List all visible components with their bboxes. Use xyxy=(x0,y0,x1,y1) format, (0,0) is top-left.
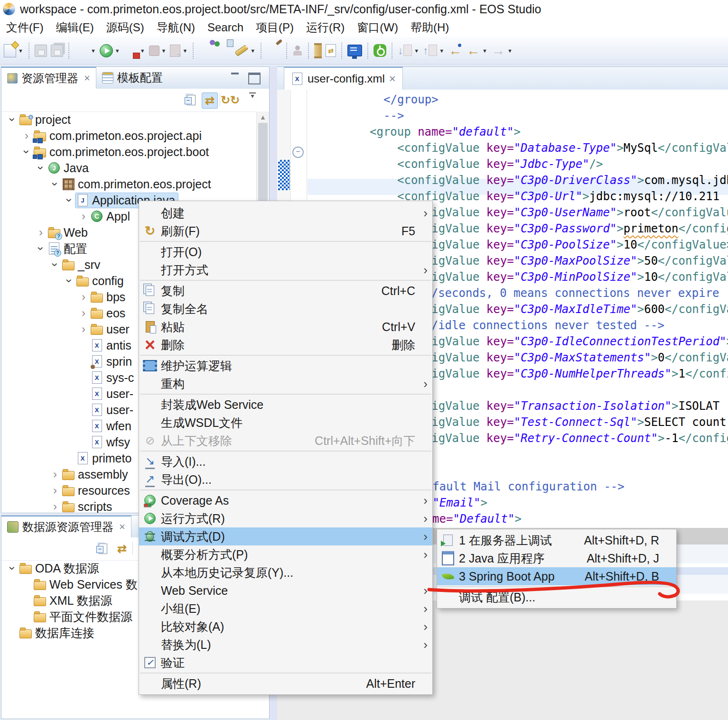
menu-item-维护运算逻辑[interactable]: 维护运算逻辑 xyxy=(139,357,432,375)
new-user-disabled-button[interactable] xyxy=(291,41,304,60)
menu-item-刷新-F-[interactable]: 刷新(F)F5 xyxy=(139,222,432,240)
tree-item-antis[interactable]: Xantis xyxy=(77,337,134,353)
menubar-item[interactable]: 源码(S) xyxy=(100,18,150,37)
dropdown-caret-icon[interactable]: ▼ xyxy=(414,48,419,54)
tab-user-config-xml[interactable]: X user-config.xml × xyxy=(284,67,403,90)
tab-template-config[interactable]: 模板配置 xyxy=(96,67,168,89)
close-icon[interactable]: × xyxy=(84,72,90,84)
tree-item-primeto[interactable]: Xprimeto xyxy=(63,450,134,466)
menu-item-比较对象-A-[interactable]: 比较对象(A)› xyxy=(139,618,432,636)
close-icon[interactable]: × xyxy=(119,521,125,533)
menu-item-属性-R-[interactable]: 属性(R)Alt+Enter xyxy=(139,674,432,692)
menu-item-打开-O-[interactable]: 打开(O) xyxy=(139,243,432,261)
menu-item-从上下文移除[interactable]: 从上下文移除Ctrl+Alt+Shift+向下 xyxy=(139,432,432,450)
refresh-icon[interactable]: ↻↻ xyxy=(223,92,238,108)
menubar-item[interactable]: 帮助(H) xyxy=(404,18,455,37)
dropdown-caret-icon[interactable]: ▼ xyxy=(439,48,444,54)
tree-item-Web-Services-数[interactable]: Web Services 数 xyxy=(20,576,140,592)
menu-item-生成WSDL文件[interactable]: 生成WSDL文件 xyxy=(139,414,432,432)
highlighter-button[interactable]: ▼ xyxy=(234,41,256,60)
scrollbar-thumb[interactable] xyxy=(258,123,268,202)
menu-item-Coverage-As[interactable]: Coverage As› xyxy=(139,491,432,509)
expand-arrow-icon[interactable]: › xyxy=(48,258,62,271)
back-history-button[interactable] xyxy=(447,41,463,60)
scroll-up-icon[interactable]: ▲ xyxy=(257,113,269,121)
run-config-button[interactable]: ▼ xyxy=(123,41,146,60)
tree-item-com-primeton-eos-project-api[interactable]: ›com.primeton.eos.project.api xyxy=(20,128,205,144)
menubar-item[interactable]: 导航(N) xyxy=(150,18,201,37)
debug-button[interactable]: ▼ xyxy=(74,41,97,60)
tree-item-user-[interactable]: Xuser- xyxy=(77,402,136,418)
tree-item-bps[interactable]: ›bps xyxy=(77,289,128,305)
tree-item-user[interactable]: ›user xyxy=(77,321,132,337)
run-button[interactable]: ▼ xyxy=(99,41,121,60)
menu-item-导入-I-[interactable]: 导入(I)... xyxy=(139,452,432,471)
expand-arrow-icon[interactable]: › xyxy=(49,468,61,481)
tab-datasource-explorer[interactable]: 数据源资源管理器 × xyxy=(1,516,131,537)
expand-arrow-icon[interactable]: › xyxy=(35,226,47,239)
menu-item-运行方式-R-[interactable]: 运行方式(R)› xyxy=(139,509,432,527)
expand-arrow-icon[interactable]: › xyxy=(20,129,33,142)
expand-arrow-icon[interactable]: › xyxy=(77,210,90,223)
menubar-item[interactable]: 项目(P) xyxy=(250,18,300,37)
minimize-view-icon[interactable] xyxy=(230,73,241,81)
menu-item-从本地历史记录复原-Y-[interactable]: 从本地历史记录复原(Y)... xyxy=(139,563,432,582)
save-button[interactable] xyxy=(34,41,48,60)
menu-item-验证[interactable]: 验证 xyxy=(139,654,432,672)
tree-item-Web[interactable]: ›Web xyxy=(35,224,91,240)
menu-item-重构[interactable]: 重构› xyxy=(139,375,432,393)
tree-item-配置[interactable]: ›配置 xyxy=(35,240,90,257)
menu-item-1-在服务器上调试[interactable]: 1 在服务器上调试Alt+Shift+D, R xyxy=(437,531,676,549)
tree-item-eos[interactable]: ›eos xyxy=(77,305,128,321)
tab-resource-explorer[interactable]: 资源管理器 × xyxy=(1,67,96,89)
dropdown-caret-icon[interactable]: ▼ xyxy=(115,48,120,54)
expand-arrow-icon[interactable]: › xyxy=(77,306,90,320)
tree-item-resources[interactable]: ›resources xyxy=(49,482,133,498)
tree-item-XML-数据源[interactable]: XML 数据源 xyxy=(20,592,115,609)
dropdown-caret-icon[interactable]: ▼ xyxy=(182,48,187,54)
tree-item-数据库连接[interactable]: 数据库连接 xyxy=(6,625,97,641)
expand-arrow-icon[interactable]: › xyxy=(49,484,61,497)
tree-item-com-primeton-eos-project-boot[interactable]: ›com.primeton.eos.project.boot xyxy=(20,144,212,160)
menu-item-粘贴[interactable]: 粘贴Ctrl+V xyxy=(139,318,432,336)
stop-disabled-button[interactable]: ▼ xyxy=(148,41,168,60)
dropdown-caret-icon[interactable]: ▼ xyxy=(161,48,167,54)
menu-item-复制[interactable]: 复制Ctrl+C xyxy=(139,282,432,300)
maximize-view-icon[interactable] xyxy=(248,73,261,84)
tree-item-user-[interactable]: Xuser- xyxy=(77,386,136,402)
menu-item-替换为-L-[interactable]: 替换为(L)› xyxy=(139,636,432,654)
open-resource-button[interactable] xyxy=(198,41,214,60)
tree-item-assembly[interactable]: ›assembly xyxy=(49,466,131,482)
dropdown-caret-icon[interactable]: ▼ xyxy=(140,48,145,54)
expand-arrow-icon[interactable]: › xyxy=(20,146,33,158)
spring-boot-button[interactable] xyxy=(373,41,387,60)
dropdown-caret-icon[interactable]: ▼ xyxy=(18,48,23,54)
dropdown-caret-icon[interactable]: ▼ xyxy=(91,48,96,54)
new-wizard-button[interactable]: ▼ xyxy=(3,41,24,60)
menu-item-调试-配置-B-[interactable]: 调试 配置(B)... xyxy=(437,588,676,606)
expand-arrow-icon[interactable]: › xyxy=(49,500,61,513)
menu-item-封装成Web-Service[interactable]: 封装成Web Service xyxy=(139,396,432,414)
menu-item-删除[interactable]: 删除删除 xyxy=(139,336,432,354)
menu-item-概要分析方式-P-[interactable]: 概要分析方式(P)› xyxy=(139,545,432,563)
expand-arrow-icon[interactable]: › xyxy=(34,162,47,174)
collapse-all-icon[interactable] xyxy=(95,541,111,556)
tree-item-sprin[interactable]: Xsprin xyxy=(77,353,135,369)
relaunch-disabled-button[interactable]: ▼ xyxy=(169,41,188,60)
menu-item-小组-E-[interactable]: 小组(E)› xyxy=(139,600,432,618)
link-with-editor-icon[interactable]: ⇄ xyxy=(114,541,130,556)
open-tool-button[interactable] xyxy=(266,41,282,60)
tree-item-Appl[interactable]: ›CAppl xyxy=(77,208,133,224)
collapse-all-icon[interactable] xyxy=(184,92,199,108)
tree-item-config[interactable]: ›config xyxy=(63,273,127,289)
save-all-button[interactable] xyxy=(50,41,64,60)
remote-monitor-button[interactable] xyxy=(346,41,363,60)
menu-item-3-Spring-Boot-App[interactable]: 3 Spring Boot AppAlt+Shift+D, B xyxy=(437,567,676,585)
tree-item-_srv[interactable]: ›_srv xyxy=(49,257,103,273)
tree-item-wfsy[interactable]: Xwfsy xyxy=(77,434,133,450)
open-config-button[interactable] xyxy=(216,41,232,60)
expand-arrow-icon[interactable]: › xyxy=(63,194,76,206)
back-button[interactable]: ▼ xyxy=(465,41,488,60)
menubar-item[interactable]: Search xyxy=(201,18,250,37)
expand-arrow-icon[interactable]: › xyxy=(77,290,90,304)
